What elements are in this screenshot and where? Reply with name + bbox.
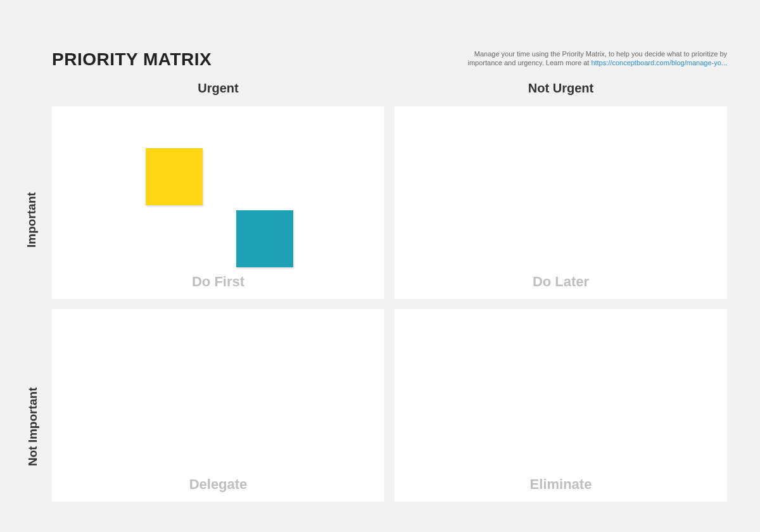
sticky-note-yellow[interactable]	[146, 148, 203, 205]
quadrant-do-later[interactable]: Do Later	[395, 106, 727, 299]
quadrant-label: Do First	[52, 274, 384, 290]
description-text: Manage your time using the Priority Matr…	[442, 49, 727, 68]
quadrant-eliminate[interactable]: Eliminate	[395, 309, 727, 502]
column-header-not-urgent: Not Urgent	[395, 81, 727, 96]
sticky-note-teal[interactable]	[236, 210, 293, 267]
quadrant-do-first[interactable]: Do First	[52, 106, 384, 299]
learn-more-link[interactable]: https://conceptboard.com/blog/manage-yo.…	[591, 59, 727, 66]
quadrant-delegate[interactable]: Delegate	[52, 309, 384, 502]
column-header-urgent: Urgent	[52, 81, 384, 96]
quadrant-label: Eliminate	[395, 476, 727, 493]
row-header-not-important: Not Important	[26, 365, 40, 466]
priority-matrix-grid: Do First Do Later Delegate Eliminate	[52, 106, 727, 502]
quadrant-label: Do Later	[395, 274, 727, 290]
quadrant-label: Delegate	[52, 476, 384, 493]
page-title: PRIORITY MATRIX	[52, 49, 212, 70]
row-header-important: Important	[25, 172, 39, 248]
